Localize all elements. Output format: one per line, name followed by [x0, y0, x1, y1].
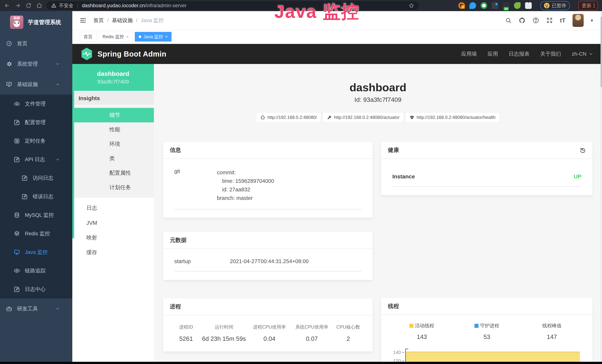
process-pid: 5261	[172, 335, 200, 342]
logo-avatar	[10, 16, 23, 29]
extension-icon[interactable]	[492, 2, 498, 9]
sidebar-item-system-mgmt[interactable]: 系统管理	[0, 54, 72, 74]
edit-icon	[14, 286, 20, 292]
url-text[interactable]: dashboard.yudao.iocoder.cn/infra/admin-s…	[82, 3, 186, 9]
extension-icon[interactable]	[481, 2, 487, 9]
instance-menu-item-details[interactable]: 细节	[72, 108, 154, 122]
sidebar-item-log-center[interactable]: 日志中心	[0, 280, 72, 299]
chevron-down-icon[interactable]: ▾	[591, 18, 593, 23]
update-button[interactable]: 更新	[579, 1, 598, 11]
sba-nav-about[interactable]: 关于我们	[540, 50, 561, 57]
wrench-icon	[327, 115, 332, 120]
sba-nav-journal[interactable]: 日志报表	[509, 50, 529, 57]
kebab-menu-icon[interactable]	[594, 3, 595, 8]
sidebar-item-access-logs[interactable]: 访问日志	[0, 169, 72, 187]
sidebar-item-scheduled-tasks[interactable]: 定时任务	[0, 132, 72, 150]
edit-icon	[14, 156, 20, 163]
active-instance-strip	[72, 91, 74, 238]
search-icon[interactable]	[505, 17, 512, 24]
health-card: 健康 Instance UP	[381, 142, 592, 195]
tab-java-monitor[interactable]: Java 监控 ×	[135, 32, 172, 42]
cpu-cores: 2	[333, 335, 364, 342]
chev-up-icon	[55, 82, 60, 87]
sidebar-item-error-logs[interactable]: 错误日志	[0, 187, 72, 206]
instance-main: dashboard Id: 93a3fc7f7409 http://192.16…	[154, 64, 602, 364]
sidebar-item-trace[interactable]: 链路追踪	[0, 261, 72, 280]
breadcrumb-infra[interactable]: 基础设施	[112, 17, 133, 24]
tab-home[interactable]: 首页	[80, 32, 97, 42]
process-table: 进程ID 运行时间 进程CPU使用率 系统CPU使用率 CPU核心数 5261 …	[172, 324, 363, 342]
sidebar-item-api-logs[interactable]: API 日志	[0, 150, 72, 169]
scrollbar[interactable]	[601, 11, 602, 362]
sidebar-item-java-monitor[interactable]: Java 监控	[0, 243, 72, 261]
sidebar-item-config-mgmt[interactable]: 配置管理	[0, 113, 72, 132]
sba-nav-wallboard[interactable]: 应用墙	[461, 50, 477, 57]
breadcrumb-home[interactable]: 首页	[93, 17, 104, 24]
screenshot: 不安全 dashboard.yudao.iocoder.cn/infra/adm…	[0, 0, 602, 364]
close-icon[interactable]: ×	[165, 34, 168, 39]
metadata-key: startup	[174, 258, 230, 264]
instance-menu-item-loggers[interactable]: 日志	[72, 201, 154, 215]
github-icon[interactable]	[519, 17, 526, 24]
health-row[interactable]: Instance UP	[392, 173, 581, 180]
system-cpu: 0.07	[291, 335, 333, 342]
scrollbar-thumb[interactable]	[601, 17, 602, 87]
back-icon[interactable]	[4, 3, 10, 9]
sidebar-item-mysql-monitor[interactable]: MySQL 监控	[0, 206, 72, 224]
reload-icon[interactable]	[26, 3, 32, 9]
sidebar-item-home[interactable]: 首页	[0, 33, 72, 54]
close-icon[interactable]: ×	[126, 34, 129, 39]
font-size-icon[interactable]: tT	[560, 17, 566, 24]
instance-menu-item-caches[interactable]: 缓存	[72, 245, 154, 260]
instance-menu-item-scheduled-tasks[interactable]: 计划任务	[72, 180, 154, 195]
health-url-button[interactable]: http://192.168.0.2:48080/actuator/health	[405, 112, 500, 123]
instance-header[interactable]: dashboard 93a3fc7f7409	[72, 64, 154, 91]
status-badge: UP	[574, 173, 581, 180]
instance-menu-item-config-props[interactable]: 配置属性	[72, 166, 154, 180]
service-url-button[interactable]: http://192.168.0.2:48080/	[256, 112, 321, 123]
history-icon[interactable]	[580, 147, 586, 153]
sidebar-item-file-mgmt[interactable]: 文件管理	[0, 95, 72, 113]
sba-nav-applications[interactable]: 应用	[488, 50, 498, 57]
edit-icon	[22, 193, 28, 200]
tab-redis-monitor[interactable]: Redis 监控 ×	[99, 32, 133, 42]
profile-paused-badge[interactable]: 已暂停	[540, 1, 570, 10]
process-uptime: 6d 23h 15m 59s	[200, 335, 248, 342]
admin-sidebar: 芋道管理系统 首页 系统管理 基础设施	[0, 11, 72, 364]
edit-icon	[22, 175, 28, 181]
extension-icon[interactable]	[469, 2, 476, 9]
url-bar[interactable]: 不安全 dashboard.yudao.iocoder.cn/infra/adm…	[46, 1, 419, 10]
sidebar-item-infrastructure[interactable]: 基础设施	[0, 74, 72, 95]
sba-header: Spring Boot Admin 应用墙 应用 日志报表 关于我们 zh-CN	[72, 44, 602, 64]
emoji-avatar	[544, 3, 549, 8]
infra-icon	[6, 81, 12, 87]
window-edge	[0, 362, 602, 364]
instance-menu-item-environment[interactable]: 环境	[72, 137, 154, 151]
metadata-value: 2021-04-27T00:44:31.254+08:00	[230, 258, 309, 264]
browser-home-icon[interactable]	[36, 3, 42, 9]
bookmark-star-icon[interactable]	[409, 3, 414, 8]
app-logo[interactable]: 芋道管理系统	[0, 11, 72, 33]
instance-menu-item-mappings[interactable]: 映射	[72, 230, 154, 245]
locale-select[interactable]: zh-CN	[572, 51, 593, 57]
sidebar-item-dev-tools[interactable]: 研发工具	[0, 299, 72, 319]
threads-legend: 活动线程 143 守护进程 53	[389, 322, 584, 341]
forward-icon[interactable]	[15, 3, 21, 9]
extension-icon[interactable]: 1	[458, 2, 465, 9]
hamburger-icon[interactable]	[79, 17, 87, 24]
help-icon[interactable]	[532, 17, 539, 24]
actuator-url-button[interactable]: http://192.168.0.2:48080/actuator	[322, 112, 404, 123]
instance-menu-item-jvm[interactable]: JVM	[72, 215, 154, 230]
instance-menu-item-metrics[interactable]: 性能	[72, 122, 154, 137]
instance-menu-item-beans[interactable]: 类	[72, 151, 154, 166]
extension-icon[interactable]: on	[503, 2, 509, 9]
info-card: 信息 git commit: time: 1596289704000 id: 2…	[163, 142, 373, 218]
gear-icon	[6, 61, 12, 67]
fullscreen-icon[interactable]	[546, 17, 553, 24]
metadata-card: 元数据 startup 2021-04-27T00:44:31.254+08:0…	[163, 232, 373, 280]
user-avatar[interactable]	[572, 14, 584, 27]
puzzle-extensions-icon[interactable]	[525, 2, 532, 9]
peak-threads-value: 147	[519, 333, 584, 341]
sidebar-item-redis-monitor[interactable]: Redis 监控	[0, 224, 72, 243]
extension-icon[interactable]	[514, 2, 521, 9]
